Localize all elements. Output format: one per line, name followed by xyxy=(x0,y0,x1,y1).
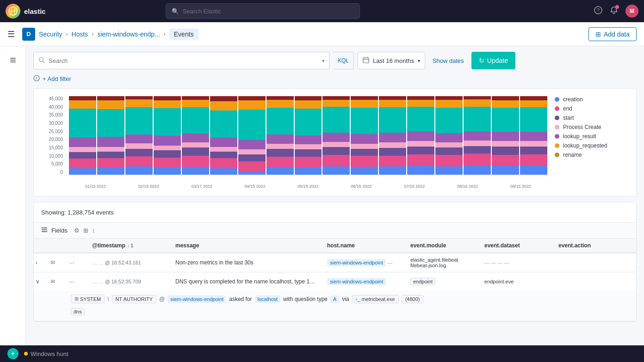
bar-segment xyxy=(435,108,463,133)
bar-segment xyxy=(154,146,181,150)
add-data-button[interactable]: ⊞ Add data xyxy=(588,27,637,41)
bar-group[interactable] xyxy=(182,96,209,175)
x-axis-label: 02/15 2022 xyxy=(138,184,159,189)
row2-actions[interactable]: ··· xyxy=(63,274,87,289)
bar-group[interactable] xyxy=(464,96,491,175)
bar-group[interactable] xyxy=(125,96,153,175)
bottom-add-button[interactable]: + xyxy=(7,348,19,359)
bottom-timeline-tag[interactable]: Windows hunt xyxy=(24,350,68,357)
bar-group[interactable] xyxy=(322,96,350,175)
global-search-bar[interactable]: 🔍 xyxy=(166,3,360,19)
bar-segment xyxy=(492,96,519,100)
th-dataset[interactable]: event.dataset xyxy=(479,239,553,252)
settings-icon[interactable]: ⚙ xyxy=(74,227,80,234)
bar-group[interactable] xyxy=(238,96,266,175)
bar-segment xyxy=(379,96,406,100)
authority-label: NT AUTHORITY xyxy=(116,296,153,302)
bar-segment xyxy=(182,156,209,167)
pid-value: (4800) xyxy=(405,296,420,302)
show-dates-button[interactable]: Show dates xyxy=(429,57,468,64)
add-filter-link[interactable]: + Add filter xyxy=(43,75,71,82)
th-module[interactable]: event.module xyxy=(405,239,479,252)
row1-timestamp-value: @ 16:52:43.161 xyxy=(105,260,141,265)
elastic-logo[interactable]: elastic xyxy=(6,4,46,18)
bar-segment xyxy=(322,155,350,166)
bar-segment xyxy=(266,96,294,100)
search-dropdown-icon[interactable]: ▾ xyxy=(322,58,324,63)
chart-bars[interactable] xyxy=(69,96,547,175)
bar-group[interactable] xyxy=(379,96,406,175)
bar-segment xyxy=(295,109,322,135)
bar-group[interactable] xyxy=(154,96,181,175)
bar-group[interactable] xyxy=(435,96,463,175)
fields-label[interactable]: Fields xyxy=(51,227,68,234)
th-hostname[interactable]: host.name xyxy=(322,239,405,252)
legend-dot xyxy=(555,143,559,148)
bar-segment xyxy=(295,167,322,175)
bar-group[interactable] xyxy=(407,96,434,175)
row2-expander[interactable]: ∨ xyxy=(34,275,49,288)
space-badge[interactable]: D xyxy=(22,28,35,41)
bar-segment xyxy=(407,154,434,166)
sort-icon[interactable]: ↕ xyxy=(92,227,95,234)
row1-module-line1: elastic_agent.filebeat xyxy=(410,257,473,263)
bar-segment xyxy=(520,154,547,166)
bar-segment xyxy=(464,96,491,99)
bar-segment xyxy=(520,141,547,147)
bar-segment xyxy=(266,135,294,144)
notifications-icon[interactable] xyxy=(610,6,618,17)
row1-expander[interactable]: › xyxy=(34,256,49,270)
bar-segment xyxy=(464,166,491,175)
bar-group[interactable] xyxy=(210,96,237,175)
th-timestamp[interactable]: @timestamp ↓ 1 xyxy=(87,239,170,252)
update-label: Update xyxy=(487,57,508,64)
bar-segment xyxy=(97,152,124,158)
menu-toggle[interactable]: ☰ xyxy=(7,29,15,39)
bar-segment xyxy=(295,96,322,100)
bar-group[interactable] xyxy=(266,96,294,175)
bar-segment xyxy=(210,101,237,110)
bar-group[interactable] xyxy=(492,96,519,175)
pid-tag: (4800) xyxy=(402,295,424,303)
date-range-picker[interactable]: Last 16 months ▾ xyxy=(358,52,425,69)
system-tag: ⊞ SYSTEM xyxy=(71,295,105,303)
bar-group[interactable] xyxy=(351,96,378,175)
legend-item: lookup_requested xyxy=(555,142,629,149)
bar-group[interactable] xyxy=(97,96,124,175)
row1-module: elastic_agent.filebeat filebeat-json.log xyxy=(405,253,479,272)
bar-segment xyxy=(97,96,124,100)
sidebar-collapse-icon[interactable] xyxy=(5,52,21,68)
th-action[interactable]: event.action xyxy=(553,239,636,252)
help-icon[interactable]: ? xyxy=(594,6,602,17)
breadcrumb-host-name[interactable]: siem-windows-endp... xyxy=(97,31,160,38)
row1-hostname-tag[interactable]: siem-windows-endpoint xyxy=(327,259,386,266)
kql-badge[interactable]: KQL xyxy=(333,52,354,69)
localhost-tag[interactable]: localhost xyxy=(255,295,280,303)
user-avatar[interactable]: M xyxy=(625,5,638,18)
row2-hostname-tag[interactable]: siem-windows-endpoint xyxy=(327,278,386,285)
bar-segment xyxy=(238,149,266,154)
columns-icon[interactable]: ⊞ xyxy=(83,227,88,234)
legend-item: Process Create xyxy=(555,124,629,130)
bar-group[interactable] xyxy=(520,96,547,175)
bar-segment xyxy=(210,158,237,168)
legend-item: rename xyxy=(555,152,629,158)
breadcrumb-security[interactable]: Security xyxy=(39,31,62,38)
legend-item: start xyxy=(555,115,629,121)
breadcrumb-hosts[interactable]: Hosts xyxy=(72,31,88,38)
search-container[interactable]: ▾ xyxy=(33,52,329,69)
bar-segment xyxy=(351,149,378,156)
row2-mail-icon: ✉ xyxy=(49,275,63,288)
bar-segment xyxy=(407,100,434,107)
bar-group[interactable] xyxy=(69,96,96,175)
detail-host-tag[interactable]: siem-windows-endpoint xyxy=(167,295,226,303)
th-message[interactable]: message xyxy=(170,239,322,252)
status-indicator xyxy=(24,352,28,356)
bar-segment xyxy=(182,167,209,175)
bar-group[interactable] xyxy=(295,96,322,175)
search-input[interactable] xyxy=(49,57,318,64)
update-button[interactable]: ↻ Update xyxy=(471,52,515,69)
global-search-input[interactable] xyxy=(183,8,354,15)
bar-segment xyxy=(464,153,491,166)
row1-actions[interactable]: ··· xyxy=(63,255,87,270)
